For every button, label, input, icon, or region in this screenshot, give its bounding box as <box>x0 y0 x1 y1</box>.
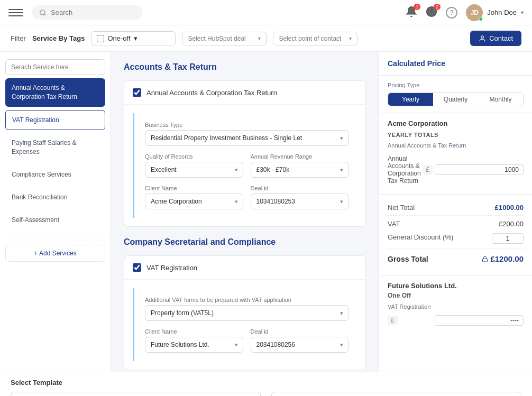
chevron-down-icon: ▾ <box>521 10 524 15</box>
alert-bell-icon[interactable]: 2 <box>426 6 437 19</box>
search-bar[interactable] <box>32 5 143 20</box>
contact-button[interactable]: Contact <box>470 31 521 46</box>
vat-deal-label: Deal id <box>251 328 349 335</box>
client-name-select-wrapper[interactable]: Acme Corporation <box>145 194 243 209</box>
template-row: Select proposal template ▾ Select letter… <box>11 392 521 396</box>
sidebar-item-annual-accounts[interactable]: Annual Accounts & Corporation Tax Return <box>5 78 105 107</box>
topnav: 1 2 ? JD John Doe ▾ <box>0 0 532 25</box>
deal-id-group: Deal id 10341080253 <box>251 185 349 209</box>
discount-input[interactable] <box>492 233 524 244</box>
vat-deal-select-wrapper[interactable]: 20341080256 <box>251 337 349 353</box>
sidebar-search-input[interactable] <box>5 59 105 75</box>
client-name-select[interactable]: Acme Corporation <box>145 194 243 209</box>
engagement-template-select[interactable]: Select letter of engagement template ▾ <box>271 392 521 396</box>
business-type-select-wrapper[interactable]: Residential Property Investment Business… <box>145 130 348 146</box>
hubspot-label: Select HubSpot deal <box>188 35 245 42</box>
one-off-checkbox[interactable] <box>97 35 104 42</box>
service-card-header: Annual Accounts & Corporation Tax Return <box>124 81 365 105</box>
pricing-type-label: Pricing Type <box>388 82 524 88</box>
quality-select-wrapper[interactable]: Excellent <box>145 162 243 178</box>
one-off-filter[interactable]: One-off ▾ <box>91 31 176 45</box>
vat-reg-label: VAT Registration <box>388 303 524 310</box>
add-services-button[interactable]: + Add Services <box>5 245 105 262</box>
discount-row: General Discount (%) <box>388 231 524 246</box>
sidebar-item-vat-registration[interactable]: VAT Registration <box>5 110 105 131</box>
revenue-select[interactable]: £30k - £70k <box>251 162 349 178</box>
section-title-compliance: Company Secretarial and Compliance <box>124 237 366 247</box>
help-icon[interactable]: ? <box>446 7 457 19</box>
select-template-title: Select Template <box>11 379 521 386</box>
deal-id-select[interactable]: 10341080253 <box>251 194 349 209</box>
yearly-totals-label: Yearly Totals <box>388 132 524 138</box>
annual-accounts-form: Business Type Residential Property Inves… <box>133 113 357 218</box>
search-input[interactable] <box>51 8 135 16</box>
svg-point-5 <box>481 35 484 38</box>
menu-icon[interactable] <box>8 5 23 20</box>
vat-client-select[interactable]: Future Solutions Ltd. <box>145 337 243 353</box>
sidebar: Annual Accounts & Corporation Tax Return… <box>0 52 111 372</box>
net-total-value: £1000.00 <box>495 204 524 211</box>
sidebar-item-paying-staff[interactable]: Paying Staff Salaries & Expenses <box>5 133 105 162</box>
search-icon <box>39 9 47 16</box>
hubspot-deal-select[interactable]: Select HubSpot deal ▾ <box>182 32 267 45</box>
lock-icon <box>482 256 488 262</box>
net-total-label: Net Total <box>388 204 415 211</box>
sidebar-divider <box>5 236 105 236</box>
quality-group: Quality of Records Excellent <box>145 153 243 178</box>
sidebar-item-compliance[interactable]: Compliance Services <box>5 165 105 185</box>
annual-accounts-price-input[interactable] <box>435 164 524 175</box>
user-name-label: John Doe <box>487 8 517 16</box>
filter-text: Filter <box>11 34 26 42</box>
revenue-label: Annual Revenue Range <box>251 153 349 160</box>
deal-id-label: Deal id <box>251 185 349 191</box>
client-name-label: Client Name <box>145 185 243 191</box>
sidebar-item-bank-reconciliation[interactable]: Bank Reconciliation <box>5 188 105 207</box>
business-type-group: Business Type Residential Property Inves… <box>145 122 348 146</box>
notification-bell-icon[interactable]: 1 <box>406 6 417 19</box>
business-type-label: Business Type <box>145 122 348 128</box>
online-indicator <box>479 17 483 21</box>
acme-service-label: Annual Accounts & Tax Return <box>388 142 524 149</box>
vat-price-input[interactable] <box>435 315 524 326</box>
business-type-select[interactable]: Residential Property Investment Business… <box>145 130 348 146</box>
notification-badge-1: 1 <box>414 4 420 10</box>
one-off-label: One-off <box>107 34 130 42</box>
annual-accounts-title: Annual Accounts & Corporation Tax Return <box>146 89 277 97</box>
contact-label: Select point of contact <box>279 35 341 42</box>
vat-client-select-wrapper[interactable]: Future Solutions Ltd. <box>145 337 243 353</box>
deal-id-select-wrapper[interactable]: 10341080253 <box>251 194 349 209</box>
proposal-template-select[interactable]: Select proposal template ▾ <box>11 392 261 396</box>
vat-label: VAT <box>388 220 400 228</box>
annual-accounts-price-label: Annual Accounts & Corporation Tax Return <box>388 155 423 185</box>
vat-client-deal-row: Client Name Future Solutions Ltd. Deal i… <box>145 328 348 353</box>
quality-select[interactable]: Excellent <box>145 162 243 178</box>
vat-forms-select[interactable]: Property form (VAT5L) <box>145 305 348 321</box>
vat-form: Additional VAT forms to be prepared with… <box>133 288 357 361</box>
revenue-select-wrapper[interactable]: £30k - £70k <box>251 162 349 178</box>
filter-service-tag: Service By Tags <box>32 34 85 42</box>
future-client-section: Future Solutions Ltd. One Off VAT Regist… <box>379 275 532 335</box>
contact-select[interactable]: Select point of contact ▾ <box>273 32 357 45</box>
client-name-group: Client Name Acme Corporation <box>145 185 243 209</box>
one-off-arrow: ▾ <box>134 34 137 42</box>
notification-badge-2: 2 <box>434 4 441 10</box>
annual-accounts-checkbox[interactable] <box>133 88 141 97</box>
contact-btn-label: Contact <box>489 34 513 42</box>
pricing-tabs: Yearly Quaterly Monthly <box>388 93 524 106</box>
vat-forms-group: Additional VAT forms to be prepared with… <box>145 297 348 321</box>
user-menu[interactable]: JD John Doe ▾ <box>466 4 524 21</box>
tab-quaterly[interactable]: Quaterly <box>433 93 478 106</box>
vat-checkbox[interactable] <box>133 263 141 272</box>
avatar: JD <box>466 4 483 21</box>
discount-label: General Discount (%) <box>388 233 453 244</box>
tab-monthly[interactable]: Monthly <box>478 93 523 106</box>
acme-client-section: Acme Corporation Yearly Totals Annual Ac… <box>379 113 532 195</box>
vat-deal-select[interactable]: 20341080256 <box>251 337 349 353</box>
contact-icon <box>479 35 486 42</box>
currency-symbol: £ <box>423 165 433 174</box>
sidebar-item-self-assessment[interactable]: Self-Assessment <box>5 210 105 230</box>
oneoff-label: One Off <box>388 292 524 299</box>
vat-currency: £ <box>388 316 398 325</box>
vat-forms-select-wrapper[interactable]: Property form (VAT5L) <box>145 305 348 321</box>
tab-yearly[interactable]: Yearly <box>388 93 433 106</box>
